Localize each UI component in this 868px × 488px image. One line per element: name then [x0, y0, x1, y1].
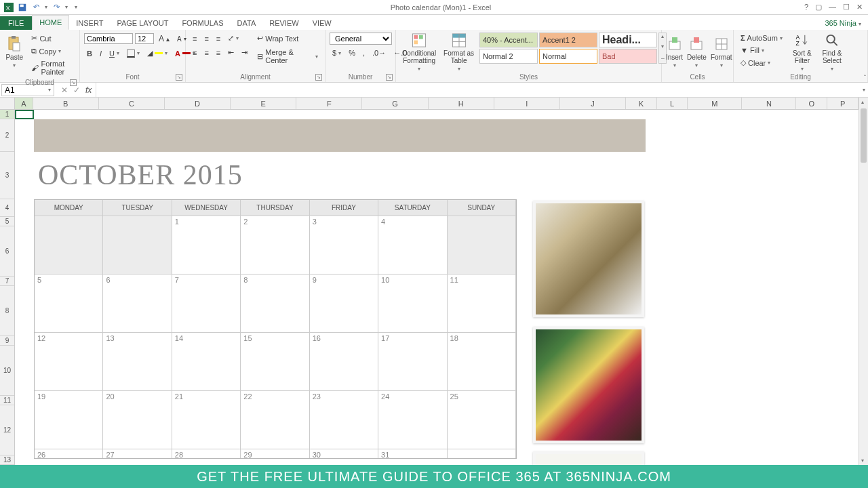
cal-cell[interactable]: 17 — [378, 332, 447, 390]
cal-cell[interactable]: 26 — [35, 449, 103, 458]
cell-styles-gallery[interactable]: 40% - Accent...Accent1 2Headi...Normal 2… — [479, 33, 657, 64]
collapse-ribbon-icon[interactable]: ˆ — [864, 74, 866, 81]
col-header-D[interactable]: D — [165, 98, 231, 109]
fill-color-button[interactable]: ◢▾ — [144, 47, 170, 59]
cal-cell[interactable]: 29 — [241, 449, 309, 458]
col-header-B[interactable]: B — [33, 98, 99, 109]
ribbon-display-icon[interactable]: ▢ — [815, 3, 822, 12]
cal-cell[interactable]: 12 — [35, 332, 103, 390]
formula-input[interactable] — [96, 83, 860, 97]
conditional-formatting-button[interactable]: Conditional Formatting▾ — [400, 33, 438, 72]
currency-button[interactable]: $▾ — [330, 47, 344, 58]
col-header-J[interactable]: J — [560, 98, 626, 109]
select-all-corner[interactable] — [0, 98, 15, 110]
help-icon[interactable]: ? — [804, 3, 808, 12]
cut-button[interactable]: ✂Cut — [28, 33, 75, 44]
col-header-E[interactable]: E — [231, 98, 296, 109]
gallery-down-icon[interactable]: ▾ — [659, 43, 666, 54]
cal-cell[interactable] — [103, 216, 172, 274]
save-icon[interactable] — [18, 3, 27, 12]
cal-cell[interactable]: 18 — [448, 332, 516, 390]
align-center-button[interactable]: ≡ — [201, 47, 211, 58]
cal-cell[interactable]: 19 — [35, 390, 103, 449]
clear-button[interactable]: ◇ Clear ▾ — [738, 57, 785, 68]
tab-file[interactable]: FILE — [0, 16, 32, 30]
row-header-13[interactable]: 13 — [0, 455, 14, 465]
align-top-button[interactable]: ≡ — [190, 33, 199, 44]
align-bottom-button[interactable]: ≡ — [214, 33, 223, 44]
cells-area[interactable]: OCTOBER 2015 MONDAYTUESDAYWEDNESDAYTHURS… — [15, 110, 859, 465]
tab-page-layout[interactable]: PAGE LAYOUT — [110, 16, 175, 30]
col-header-G[interactable]: G — [362, 98, 428, 109]
indent-dec-button[interactable]: ⇤ — [225, 47, 237, 58]
undo-chevron-icon[interactable]: ▾ — [45, 4, 47, 10]
underline-button[interactable]: U▾ — [106, 48, 122, 59]
cal-cell[interactable]: 31 — [378, 449, 447, 458]
row-header-5[interactable]: 5 — [0, 217, 14, 226]
format-as-table-button[interactable]: Format as Table▾ — [442, 33, 475, 72]
row-header-11[interactable]: 11 — [0, 396, 14, 405]
gallery-more-icon[interactable]: ⎯ — [659, 53, 666, 63]
gallery-up-icon[interactable]: ▴ — [659, 33, 666, 43]
photo-3[interactable] — [533, 451, 644, 465]
cal-cell[interactable]: 15 — [241, 332, 309, 390]
row-header-1[interactable]: 1 — [0, 110, 14, 119]
tab-view[interactable]: VIEW — [306, 16, 338, 30]
col-header-I[interactable]: I — [494, 98, 560, 109]
maximize-icon[interactable]: ☐ — [843, 3, 850, 12]
col-header-P[interactable]: P — [827, 98, 859, 109]
alignment-dialog-icon[interactable]: ↘ — [315, 74, 322, 81]
expand-formula-icon[interactable]: ▾ — [860, 87, 868, 93]
row-header-6[interactable]: 6 — [0, 226, 14, 277]
enter-formula-icon[interactable]: ✓ — [73, 85, 80, 95]
style-cell[interactable]: Normal — [539, 49, 597, 64]
wrap-text-button[interactable]: ↩Wrap Text — [254, 33, 321, 44]
borders-button[interactable]: ▾ — [124, 48, 142, 59]
number-dialog-icon[interactable]: ↘ — [386, 74, 393, 81]
minimize-icon[interactable]: — — [829, 3, 836, 12]
row-header-2[interactable]: 2 — [0, 119, 14, 152]
indent-inc-button[interactable]: ⇥ — [239, 47, 250, 58]
inc-decimal-button[interactable]: .0→ — [370, 47, 389, 58]
cal-cell[interactable]: 8 — [241, 274, 309, 332]
row-header-4[interactable]: 4 — [0, 199, 14, 217]
col-header-A[interactable]: A — [15, 98, 33, 109]
sort-filter-button[interactable]: AZSort & Filter▾ — [789, 33, 815, 72]
fx-icon[interactable]: fx — [85, 85, 96, 95]
col-header-M[interactable]: M — [688, 98, 742, 109]
cal-cell[interactable]: 9 — [310, 274, 378, 332]
cal-cell[interactable]: 25 — [448, 390, 516, 449]
autosum-button[interactable]: Σ AutoSum ▾ — [738, 33, 785, 43]
vertical-scrollbar[interactable]: ▴ ▾ — [859, 98, 868, 465]
tab-formulas[interactable]: FORMULAS — [175, 16, 230, 30]
tab-home[interactable]: HOME — [32, 15, 69, 30]
cal-cell[interactable] — [448, 216, 516, 274]
style-cell[interactable]: Normal 2 — [479, 49, 538, 64]
delete-cells-button[interactable]: Delete▾ — [687, 33, 707, 72]
account-name[interactable]: 365 Ninja ▾ — [818, 16, 868, 30]
bold-button[interactable]: B — [84, 48, 95, 59]
col-header-K[interactable]: K — [626, 98, 657, 109]
cancel-formula-icon[interactable]: ✕ — [61, 85, 68, 95]
cal-cell[interactable]: 5 — [35, 274, 103, 332]
cal-cell[interactable] — [448, 449, 516, 458]
insert-cells-button[interactable]: Insert▾ — [666, 33, 683, 72]
cal-cell[interactable]: 23 — [310, 390, 378, 449]
col-header-H[interactable]: H — [429, 98, 494, 109]
cal-cell[interactable]: 13 — [103, 332, 172, 390]
col-header-O[interactable]: O — [796, 98, 827, 109]
tab-review[interactable]: REVIEW — [262, 16, 305, 30]
cal-cell[interactable]: 14 — [172, 332, 241, 390]
cal-cell[interactable]: 28 — [172, 449, 241, 458]
paste-button[interactable]: Paste▾ — [4, 33, 24, 72]
align-middle-button[interactable]: ≡ — [201, 33, 211, 44]
redo-chevron-icon[interactable]: ▾ — [65, 4, 68, 10]
row-header-12[interactable]: 12 — [0, 405, 14, 455]
cal-cell[interactable] — [35, 216, 103, 274]
row-header-10[interactable]: 10 — [0, 346, 14, 396]
undo-icon[interactable]: ↶ — [31, 3, 41, 12]
col-header-F[interactable]: F — [296, 98, 362, 109]
cal-cell[interactable]: 7 — [172, 274, 241, 332]
orientation-button[interactable]: ⤢▾ — [225, 33, 241, 44]
clipboard-dialog-icon[interactable]: ↘ — [70, 79, 77, 86]
